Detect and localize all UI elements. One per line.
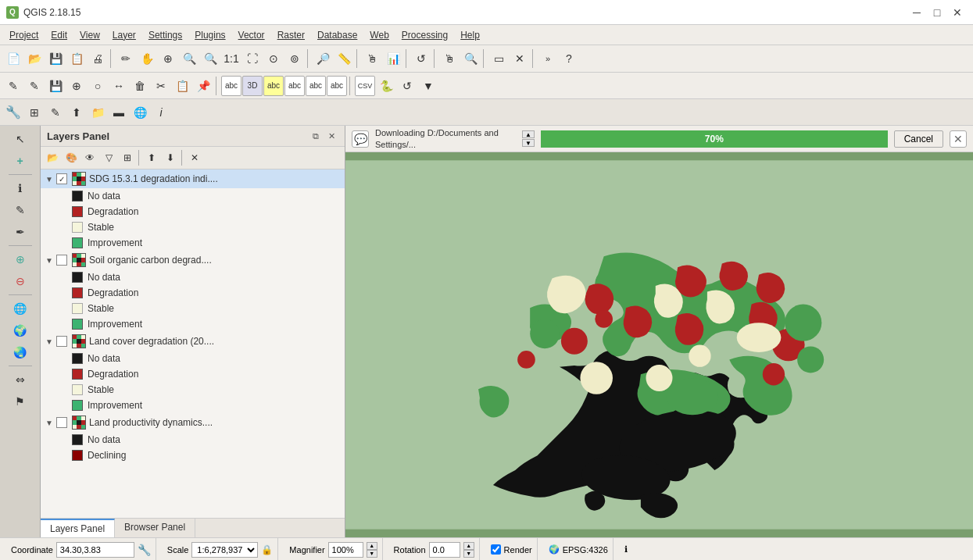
magnifier-input[interactable] xyxy=(328,542,363,558)
side-select-btn[interactable]: ↖ xyxy=(10,129,30,149)
side-pencil-btn[interactable]: ✎ xyxy=(10,200,30,220)
hbar-button[interactable]: ▬ xyxy=(109,102,129,123)
rotation-down-btn[interactable]: ▼ xyxy=(463,550,474,558)
layer-visible-btn[interactable]: 👁 xyxy=(81,149,98,166)
scroll-down-arrow[interactable]: ▼ xyxy=(522,139,535,147)
maximize-button[interactable]: □ xyxy=(928,5,946,20)
globe-button[interactable]: 🌐 xyxy=(130,102,150,123)
menu-processing[interactable]: Processing xyxy=(395,28,454,42)
layer-move-down-btn[interactable]: ⬇ xyxy=(162,149,179,166)
pencil2-button[interactable]: ✎ xyxy=(45,102,66,123)
digitize2-button[interactable]: ⊕ xyxy=(66,76,87,96)
side-pen-btn[interactable]: ✒ xyxy=(10,222,30,242)
scroll-up-arrow[interactable]: ▲ xyxy=(522,130,535,138)
folder2-button[interactable]: 📁 xyxy=(88,102,108,123)
menu-project[interactable]: Project xyxy=(3,28,45,42)
pan-to-selection-button[interactable]: ⊕ xyxy=(158,48,178,69)
zoom-in-button[interactable]: 🔍 xyxy=(179,48,199,69)
label-btn-abc5[interactable]: abc xyxy=(327,76,347,96)
print-button[interactable]: 🖨 xyxy=(88,48,108,69)
panel-close-button[interactable]: ✕ xyxy=(324,129,338,143)
edit-pencil-button[interactable]: ✏ xyxy=(116,48,136,69)
paste-features-button[interactable]: 📌 xyxy=(193,76,213,96)
edit-mode-button[interactable]: ✎ xyxy=(24,76,45,96)
coordinate-input[interactable] xyxy=(56,542,134,558)
info2-button[interactable]: i xyxy=(151,102,171,123)
sdg-expand-icon[interactable]: ▼ xyxy=(44,173,55,184)
label-btn-abc3[interactable]: abc xyxy=(284,76,305,96)
layer-item-landprod[interactable]: ▼ Land productivity dynamics.... xyxy=(41,413,345,432)
zoom-full-button[interactable]: ⛶ xyxy=(242,48,263,69)
csv-button[interactable]: CSV xyxy=(355,76,375,96)
plugin-more-button[interactable]: ▼ xyxy=(418,76,438,96)
more-tools-button[interactable]: » xyxy=(538,48,558,69)
plugin-refresh-button[interactable]: ↺ xyxy=(397,76,417,96)
label-btn-abc2[interactable]: abc xyxy=(263,76,284,96)
side-minus-btn[interactable]: ⊖ xyxy=(10,271,30,291)
landcover-expand-icon[interactable]: ▼ xyxy=(44,336,55,347)
zoom-native-button[interactable]: 1:1 xyxy=(221,48,241,69)
rotation-input[interactable] xyxy=(429,542,460,558)
render-checkbox[interactable] xyxy=(491,544,501,555)
menu-vector[interactable]: Vector xyxy=(232,28,271,42)
tab-layers-panel[interactable]: Layers Panel xyxy=(41,519,115,537)
save-as-button[interactable]: 📋 xyxy=(66,48,87,69)
epsg-display[interactable]: 🌍 EPSG:4326 xyxy=(544,538,613,560)
layer-item-landcover[interactable]: ▼ Land cover degradation (20.... xyxy=(41,332,345,351)
save-edits-button[interactable]: 💾 xyxy=(45,76,66,96)
rotation-up-btn[interactable]: ▲ xyxy=(463,542,474,550)
cut-features-button[interactable]: ✂ xyxy=(151,76,171,96)
refresh-button[interactable]: ↺ xyxy=(411,48,431,69)
zoom-out-button[interactable]: 🔍 xyxy=(200,48,220,69)
layer-filter-btn[interactable]: ▽ xyxy=(100,149,117,166)
new-project-button[interactable]: 📄 xyxy=(3,48,23,69)
move-feature-button[interactable]: ↔ xyxy=(109,76,129,96)
open-project-button[interactable]: 📂 xyxy=(24,48,45,69)
landprod-checkbox[interactable] xyxy=(56,417,67,428)
select-rect-button[interactable]: ▭ xyxy=(488,48,509,69)
soil-expand-icon[interactable]: ▼ xyxy=(44,255,55,266)
digitize3-button[interactable]: ○ xyxy=(88,76,108,96)
soil-checkbox[interactable] xyxy=(56,255,67,266)
minimize-button[interactable]: ─ xyxy=(907,5,926,20)
menu-layer[interactable]: Layer xyxy=(106,28,142,42)
grid-button[interactable]: ⊞ xyxy=(24,102,45,123)
label-btn-abc1[interactable]: abc xyxy=(221,76,241,96)
delete-selected-button[interactable]: 🗑 xyxy=(130,76,150,96)
map-area[interactable]: 💬 Downloading D:/Documents and Settings/… xyxy=(345,126,973,537)
label-3d-button[interactable]: 3D xyxy=(242,76,263,96)
side-identify-btn[interactable]: ℹ xyxy=(10,178,30,198)
layer-open-btn[interactable]: 📂 xyxy=(44,149,61,166)
select-feature-button[interactable]: 🖱 xyxy=(362,48,382,69)
menu-view[interactable]: View xyxy=(73,28,106,42)
layer-item-soil[interactable]: ▼ Soil organic carbon degrad.... xyxy=(41,251,345,269)
side-globe2-btn[interactable]: 🌐 xyxy=(10,298,30,319)
side-globe3-btn[interactable]: 🌍 xyxy=(10,320,30,341)
menu-help[interactable]: Help xyxy=(454,28,486,42)
pan-button[interactable]: ✋ xyxy=(137,48,157,69)
save-project-button[interactable]: 💾 xyxy=(45,48,66,69)
side-add-btn[interactable]: + xyxy=(10,151,30,171)
side-arrows-btn[interactable]: ⇔ xyxy=(10,369,30,390)
cancel-button[interactable]: Cancel xyxy=(894,130,943,148)
status-info-btn[interactable]: ℹ xyxy=(620,538,632,560)
identify-button[interactable]: 🔎 xyxy=(313,48,333,69)
deselect-button[interactable]: ✕ xyxy=(510,48,530,69)
close-button[interactable]: ✕ xyxy=(948,5,967,20)
landprod-expand-icon[interactable]: ▼ xyxy=(44,417,55,428)
side-add2-btn[interactable]: ⊕ xyxy=(10,249,30,269)
menu-raster[interactable]: Raster xyxy=(271,28,311,42)
copy-features-button[interactable]: 📋 xyxy=(172,76,192,96)
layer-list[interactable]: ▼ SDG 15.3.1 degradation indi.... No dat… xyxy=(41,169,345,518)
menu-edit[interactable]: Edit xyxy=(45,28,73,42)
layer-item-sdg[interactable]: ▼ SDG 15.3.1 degradation indi.... xyxy=(41,169,345,188)
menu-database[interactable]: Database xyxy=(311,28,363,42)
magnifier-up-btn[interactable]: ▲ xyxy=(367,542,377,550)
open-table-button[interactable]: 📊 xyxy=(383,48,403,69)
menu-plugins[interactable]: Plugins xyxy=(188,28,231,42)
layer-style-btn[interactable]: 🎨 xyxy=(63,149,80,166)
zoom-selected-button[interactable]: ⊙ xyxy=(263,48,284,69)
digitize-button[interactable]: ✎ xyxy=(3,76,23,96)
landcover-checkbox[interactable] xyxy=(56,336,67,347)
side-flag-btn[interactable]: ⚑ xyxy=(10,391,30,412)
